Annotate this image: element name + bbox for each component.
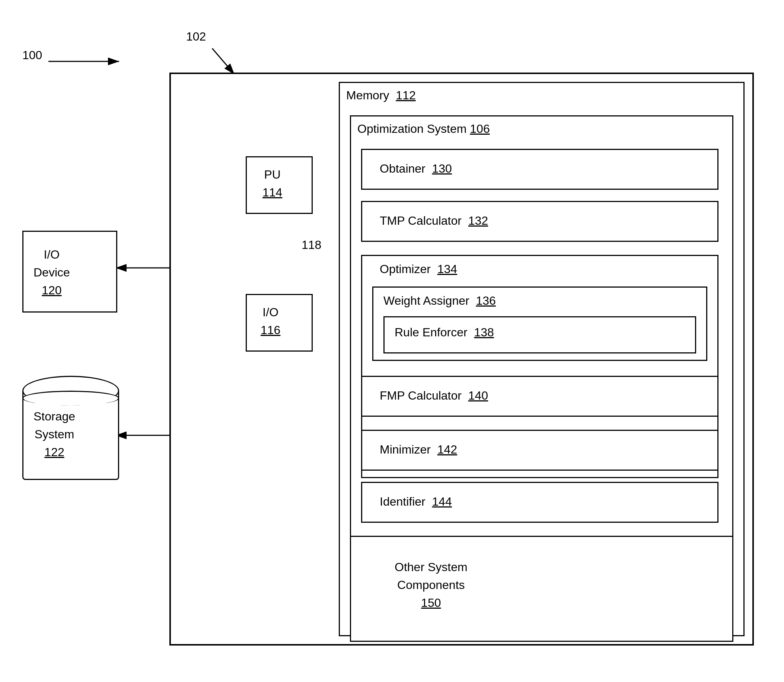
label-weight-assigner: Weight Assigner 136 xyxy=(383,294,496,308)
svg-line-3 xyxy=(212,48,235,75)
label-obtainer: Obtainer 130 xyxy=(380,162,452,175)
label-io-device: I/ODevice120 xyxy=(34,245,70,299)
label-pu: PU114 xyxy=(262,166,282,201)
label-100: 100 xyxy=(22,48,42,62)
label-io: I/O116 xyxy=(260,303,280,339)
label-storage-system: StorageSystem122 xyxy=(34,408,75,461)
label-optimization-system: Optimization System 106 xyxy=(358,122,490,136)
label-other-system-components: Other SystemComponents150 xyxy=(394,558,468,612)
label-memory: Memory 112 xyxy=(346,89,416,102)
label-optimizer: Optimizer 134 xyxy=(380,262,457,276)
label-minimizer: Minimizer 142 xyxy=(380,443,457,457)
label-identifier: Identifier 144 xyxy=(380,495,452,508)
label-fmp-calculator: FMP Calculator 140 xyxy=(380,389,488,403)
label-tmp-calculator: TMP Calculator 132 xyxy=(380,214,488,228)
diagram: 100 102 ComputingDevice104 Memory 112 Op… xyxy=(0,0,784,682)
label-rule-enforcer: Rule Enforcer 138 xyxy=(394,325,494,339)
label-102: 102 xyxy=(186,30,206,43)
label-118: 118 xyxy=(302,238,321,252)
